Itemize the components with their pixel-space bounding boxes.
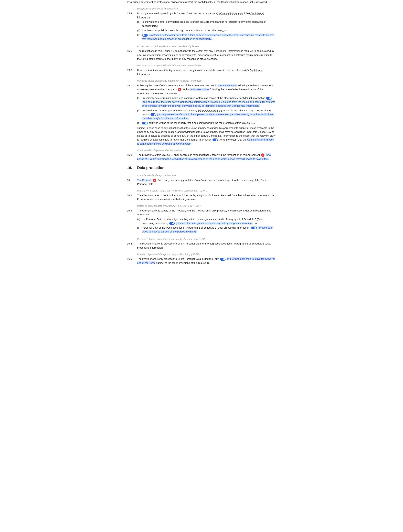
- toggle-track: [151, 113, 156, 116]
- ci-ref: Confidential Information: [239, 96, 265, 99]
- client-personal-data-ref: Client Personal Data: [177, 257, 201, 260]
- toggle-16-3-b[interactable]: [251, 227, 257, 229]
- sub-content: certify in writing to the other party th…: [142, 121, 276, 125]
- sub-label: (c): [137, 33, 142, 41]
- section-16-heading: 16. Data protection: [127, 165, 276, 171]
- toggle-track: [213, 139, 218, 141]
- clause-16-4: 16.4 The Provider shall only process the…: [127, 242, 276, 250]
- list-item: (b) is or becomes publicly known through…: [137, 28, 276, 32]
- top-intro-text: by a written agreement or professional o…: [127, 0, 276, 4]
- clause-body-15-8: The provisions of this Clause 15 shall c…: [137, 153, 276, 161]
- toggle-track: [142, 122, 148, 124]
- the-provider-text: The Provider: [137, 179, 152, 182]
- client-personal-data-ref: Client Personal Data: [177, 242, 201, 245]
- clause-16-3-intro: The Client shall only supply to the Prov…: [137, 209, 271, 216]
- clause-15-7-list: (a) irreversibly delete from its media a…: [137, 96, 276, 125]
- clause-num-15-5: 15.5: [127, 49, 137, 61]
- clause-num-15-4: 15.4: [127, 11, 137, 42]
- clause-body-15-4: No obligations are imposed by this Claus…: [137, 11, 276, 42]
- clause-15-4: 15.4 No obligations are imposed by this …: [127, 11, 276, 42]
- section-header-16-3: Details of personal data processed by th…: [137, 204, 276, 208]
- list-item: (a) the Personal Data of data subjects f…: [137, 217, 276, 225]
- toggle-16-3-a[interactable]: [169, 222, 175, 225]
- clause-15-6: 15.6 Upon the termination of this Agreem…: [127, 68, 276, 76]
- confidential-info-ref2: Confidential Information: [137, 12, 264, 19]
- clause-num-16-2: 16.2: [127, 193, 137, 201]
- sub-label: (b): [137, 108, 142, 120]
- toggle-15-4-c[interactable]: [142, 34, 148, 37]
- clause-body-16-2: The Client warrants to the Provider that…: [137, 193, 276, 201]
- sub-content: is known to the other party before discl…: [142, 20, 276, 28]
- clause-body-15-5: The restrictions in this Clause 15 do no…: [137, 49, 276, 61]
- highlight-5bd: 5 Business Days: [218, 84, 237, 87]
- sub-content: irreversibly delete from its media and c…: [142, 96, 276, 108]
- section-header-15-4: Exceptions to confidentiality obligation…: [137, 7, 276, 11]
- section-header-15-7: Parties to delete confidential informati…: [137, 79, 276, 83]
- sub-label: (b): [137, 28, 142, 32]
- toggle-15-7-c[interactable]: [142, 122, 148, 124]
- toggle-16-5[interactable]: [220, 258, 226, 260]
- section-header-16-5: Duration of personal data processing by …: [137, 253, 276, 256]
- italic-excluded: define excluded document types: [154, 142, 190, 145]
- toggle-15-7-b[interactable]: [151, 113, 156, 116]
- clause-16-2: 16.2 The Client warrants to the Provider…: [127, 193, 276, 201]
- clause-15-7-tail: subject in each case to any obligations …: [137, 126, 276, 146]
- clause-15-4-intro: No obligations are imposed by this Claus…: [137, 12, 264, 19]
- or-badge: or: [153, 179, 156, 182]
- sub-label: (b): [137, 226, 142, 234]
- section-header-16-4: Purposes of processing of personal data …: [137, 237, 276, 241]
- or-badge: or: [178, 88, 181, 91]
- clause-num-16-1: 16.1: [127, 178, 137, 186]
- clause-num-15-7: 15.7: [127, 83, 137, 146]
- clause-16-3-list: (a) the Personal Data of data subjects f…: [137, 217, 276, 234]
- toggle-15-7-tail[interactable]: [213, 139, 218, 141]
- section-header-15-6: Parties to stop using confidential infor…: [137, 64, 276, 68]
- highlight-text: is obtained by the other party from a th…: [142, 33, 274, 40]
- clause-body-16-4: The Provider shall only process the Clie…: [137, 242, 276, 250]
- toggle-track: [266, 97, 272, 100]
- clause-15-8: 15.8 The provisions of this Clause 15 sh…: [127, 153, 276, 161]
- clause-15-7: 15.7 Following the date of effective ter…: [127, 83, 276, 146]
- clause-16-5: 16.5 The Provider shall only process the…: [127, 257, 276, 265]
- ci-ref: Confidential Information: [195, 109, 222, 112]
- clause-num-16-5: 16.5: [127, 257, 137, 265]
- highlight-text: (and ensure that the other party's Confi…: [142, 100, 275, 107]
- list-item: (b) ensure that no other copies of the o…: [137, 108, 276, 120]
- list-item: (a) is known to the other party before d…: [137, 20, 276, 28]
- section-16-num: 16.: [127, 165, 137, 171]
- clause-15-4-list: (a) is known to the other party before d…: [137, 20, 276, 41]
- toggle-track: [220, 258, 226, 260]
- sub-label: (a): [137, 96, 142, 108]
- confidential-info-ref: Confidential Information: [216, 12, 243, 15]
- clause-num-16-4: 16.4: [127, 242, 137, 250]
- toggle-track: [251, 227, 257, 229]
- ci-ref: Confidential Information: [209, 134, 235, 137]
- section-header-16-2: Warranty of Second Party's right to disc…: [137, 189, 276, 193]
- section-16-title: Data protection: [137, 165, 164, 171]
- highlight-text: (or the possession of control of any per…: [142, 113, 274, 120]
- sub-label: (c): [137, 121, 142, 125]
- section-header-15-5: Disclosures of confidential information …: [137, 45, 276, 48]
- clause-body-16-3: The Client shall only supply to the Prov…: [137, 209, 276, 234]
- toggle-15-7-a[interactable]: [266, 97, 272, 100]
- clause-16-3: 16.3 The Client shall only supply to the…: [127, 209, 276, 234]
- toggle-track: [142, 34, 148, 37]
- ci-ref: Confidential Information: [185, 138, 211, 141]
- highlight-text: and for not more than 30 days following …: [137, 257, 275, 264]
- highlight-text: (or such other categories as may be agre…: [176, 222, 253, 225]
- toggle-track: [169, 222, 175, 225]
- list-item: (c) certify in writing to the other part…: [137, 121, 276, 125]
- sub-content: is or becomes publicly known through no …: [142, 28, 276, 32]
- section-header-16-1: Compliance with data protection laws: [137, 174, 276, 177]
- sub-content: ensure that no other copies of the other…: [142, 108, 276, 120]
- clause-num-15-6: 15.6: [127, 68, 137, 76]
- section-header-15-8: Confidentiality obligations after termin…: [137, 149, 276, 152]
- clause-15-5: 15.5 The restrictions in this Clause 15 …: [127, 49, 276, 61]
- ci-ref: Confidential Information: [214, 50, 240, 52]
- sub-content: the Personal Data of data subjects falli…: [142, 217, 276, 225]
- list-item: (a) irreversibly delete from its media a…: [137, 96, 276, 108]
- clause-body-16-5: The Provider shall only process the Clie…: [137, 257, 276, 265]
- list-item: (c) is obtained by the other party from …: [137, 33, 276, 41]
- clause-15-7-intro: Following the date of effective terminat…: [137, 84, 273, 95]
- or-badge: or: [261, 153, 264, 157]
